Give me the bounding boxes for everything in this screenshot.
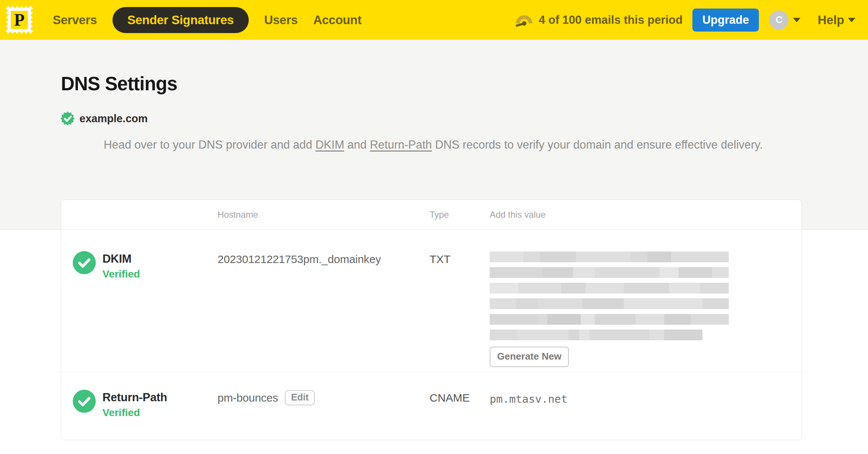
edit-button[interactable]: Edit bbox=[285, 390, 315, 405]
check-icon bbox=[73, 390, 96, 413]
column-header-value: Add this value bbox=[490, 210, 802, 220]
svg-text:P: P bbox=[14, 10, 25, 29]
usage-meter: 4 of 100 emails this period bbox=[515, 13, 683, 27]
record-name: DKIM bbox=[102, 251, 140, 266]
nav-item-servers[interactable]: Servers bbox=[53, 13, 97, 27]
top-navbar: P Servers Sender Signatures Users Accoun… bbox=[0, 0, 868, 40]
record-type: CNAME bbox=[430, 372, 490, 440]
record-hostname: pm-bounces bbox=[218, 392, 278, 404]
record-status: Verified bbox=[102, 407, 167, 419]
nav-item-account[interactable]: Account bbox=[313, 13, 362, 27]
usage-text: 4 of 100 emails this period bbox=[539, 13, 683, 27]
record-hostname: 20230121221753pm._domainkey bbox=[218, 230, 430, 372]
redacted-value-row bbox=[490, 298, 729, 309]
verified-badge bbox=[73, 390, 96, 413]
help-menu[interactable]: Help bbox=[818, 13, 855, 27]
help-caret-icon bbox=[848, 18, 855, 22]
table-row-dkim: DKIM Verified 20230121221753pm._domainke… bbox=[61, 230, 802, 372]
redacted-value-row bbox=[490, 314, 729, 325]
page-description: Head over to your DNS provider and add D… bbox=[63, 136, 804, 154]
record-type: TXT bbox=[430, 230, 490, 372]
verified-seal-icon bbox=[61, 111, 75, 126]
description-text: Head over to your DNS provider and add bbox=[104, 138, 315, 151]
redacted-value-row bbox=[490, 267, 729, 278]
verified-badge bbox=[73, 251, 96, 274]
avatar-caret-icon[interactable] bbox=[793, 18, 800, 22]
column-header-type: Type bbox=[430, 210, 490, 220]
redacted-dns-value bbox=[490, 252, 729, 340]
record-value: pm.mtasv.net bbox=[490, 372, 802, 440]
redacted-value-row bbox=[490, 283, 729, 294]
postage-stamp-icon: P bbox=[6, 6, 33, 34]
dns-records-card: Hostname Type Add this value DKIM Verifi… bbox=[61, 200, 802, 440]
upgrade-button[interactable]: Upgrade bbox=[692, 9, 759, 32]
page-title: DNS Settings bbox=[61, 73, 177, 95]
table-row-return-path: Return-Path Verified pm-bounces Edit CNA… bbox=[61, 372, 802, 440]
domain-name: example.com bbox=[79, 113, 148, 125]
dkim-link[interactable]: DKIM bbox=[316, 138, 345, 151]
return-path-link[interactable]: Return-Path bbox=[370, 138, 432, 151]
record-name: Return-Path bbox=[102, 390, 167, 404]
description-text: DNS records to verify your domain and en… bbox=[432, 138, 763, 151]
primary-nav: Servers Sender Signatures Users Account bbox=[53, 7, 362, 33]
domain-row: example.com bbox=[61, 111, 148, 126]
column-header-hostname: Hostname bbox=[218, 210, 430, 220]
description-text: and bbox=[344, 138, 370, 151]
table-header-row: Hostname Type Add this value bbox=[61, 200, 802, 230]
redacted-value-row bbox=[490, 330, 702, 340]
check-icon bbox=[73, 251, 96, 274]
postmark-logo[interactable]: P bbox=[6, 6, 33, 34]
gauge-icon bbox=[515, 13, 533, 27]
redacted-value-row bbox=[490, 252, 729, 262]
nav-item-users[interactable]: Users bbox=[264, 13, 298, 27]
generate-new-button[interactable]: Generate New bbox=[490, 347, 569, 367]
avatar[interactable]: C bbox=[769, 10, 789, 30]
navbar-right-cluster: 4 of 100 emails this period Upgrade C He… bbox=[515, 9, 855, 32]
record-status: Verified bbox=[102, 268, 140, 280]
nav-item-sender-signatures[interactable]: Sender Signatures bbox=[112, 7, 249, 33]
help-label: Help bbox=[818, 13, 844, 27]
